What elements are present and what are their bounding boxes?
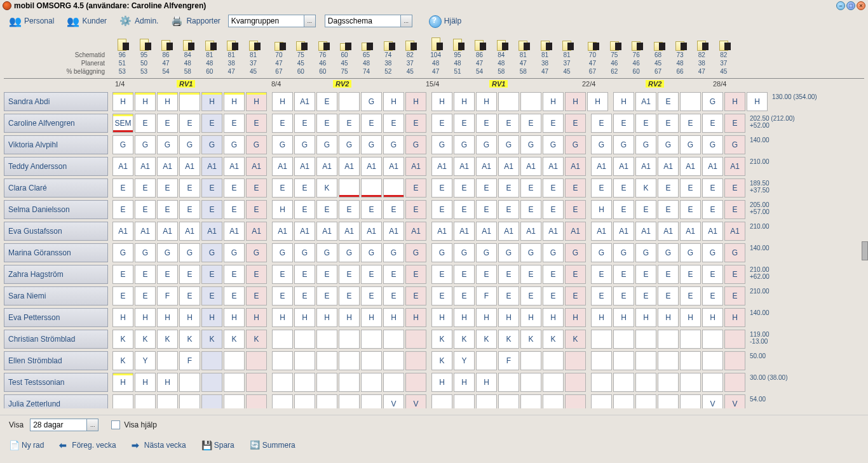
schedule-cell[interactable]: A1 [476, 157, 497, 176]
schedule-cell[interactable] [179, 92, 200, 111]
schedule-cell[interactable]: K [543, 330, 564, 349]
schedule-cell[interactable]: E [454, 200, 475, 219]
schedule-cell[interactable]: A1 [272, 157, 293, 176]
schedule-cell[interactable]: E [339, 200, 360, 219]
schedule-cell[interactable] [520, 351, 541, 370]
schedule-cell[interactable]: E [543, 178, 564, 198]
schedule-cell[interactable] [591, 373, 612, 392]
schedule-cell[interactable]: H [112, 373, 133, 392]
nav-personal[interactable]: Personal [4, 14, 59, 28]
schedule-cell[interactable] [157, 394, 178, 408]
schedule-cell[interactable]: E [383, 114, 404, 133]
schedule-cell[interactable]: A1 [543, 157, 564, 176]
schedule-cell[interactable]: G [272, 243, 293, 262]
schedule-cell[interactable] [680, 92, 701, 111]
schedule-cell[interactable]: E [702, 200, 723, 219]
schedule-cell[interactable]: E [112, 286, 133, 305]
schedule-cell[interactable]: A1 [135, 222, 156, 241]
schedule-cell[interactable]: E [135, 286, 156, 305]
schedule-cell[interactable]: A1 [591, 222, 612, 241]
schedule-cell[interactable]: G [157, 135, 178, 154]
schedule-cell[interactable]: A1 [339, 157, 360, 176]
schedule-cell[interactable] [383, 351, 404, 370]
schedule-cell[interactable]: A1 [565, 222, 586, 241]
schedule-cell[interactable] [635, 330, 656, 349]
schedule-cell[interactable]: G [157, 243, 178, 262]
schedule-cell[interactable]: E [431, 286, 452, 305]
schedule-cell[interactable] [361, 178, 382, 198]
schedule-cell[interactable]: E [454, 114, 475, 133]
schedule-cell[interactable]: E [498, 178, 519, 198]
schedule-cell[interactable]: E [431, 265, 452, 284]
schedule-cell[interactable] [724, 373, 745, 392]
schedule-cell[interactable]: E [476, 200, 497, 219]
schedule-cell[interactable]: E [272, 114, 293, 133]
schedule-cell[interactable]: E [112, 178, 133, 198]
next-week-button[interactable]: Nästa vecka [129, 439, 189, 452]
schedule-cell[interactable]: H [272, 200, 293, 219]
schedule-cell[interactable]: E [179, 178, 200, 198]
schedule-cell[interactable]: G [565, 135, 586, 154]
schedule-cell[interactable]: E [613, 265, 634, 284]
schedule-cell[interactable]: A1 [476, 222, 497, 241]
schedule-cell[interactable]: A1 [179, 222, 200, 241]
schedule-cell[interactable]: Y [454, 351, 475, 370]
schedule-cell[interactable]: H [724, 308, 745, 327]
schedule-cell[interactable]: E [272, 286, 293, 305]
schedule-cell[interactable]: A1 [635, 157, 656, 176]
schedule-cell[interactable]: G [135, 135, 156, 154]
schedule-cell[interactable]: A1 [224, 157, 245, 176]
schedule-cell[interactable]: E [520, 178, 541, 198]
schedule-cell[interactable]: K [135, 330, 156, 349]
schedule-cell[interactable]: K [454, 330, 475, 349]
schedule-cell[interactable]: E [272, 265, 293, 284]
schedule-cell[interactable]: E [565, 265, 586, 284]
schedule-cell[interactable] [680, 373, 701, 392]
schedule-cell[interactable]: H [587, 92, 608, 111]
minimize-button[interactable]: – [836, 1, 845, 10]
schedule-cell[interactable]: A1 [635, 222, 656, 241]
schedule-cell[interactable]: A1 [201, 222, 222, 241]
schedule-cell[interactable]: E [383, 200, 404, 219]
schedule-cell[interactable]: E [135, 200, 156, 219]
schedule-cell[interactable]: G [431, 243, 452, 262]
schedule-cell[interactable]: H [476, 373, 497, 392]
schedule-cell[interactable] [294, 351, 315, 370]
schedule-cell[interactable]: E [361, 200, 382, 219]
schedule-cell[interactable]: G [498, 243, 519, 262]
schedule-cell[interactable]: E [454, 178, 475, 198]
schedule-cell[interactable]: E [431, 200, 452, 219]
schedule-cell[interactable] [543, 351, 564, 370]
schedule-cell[interactable]: E [635, 114, 656, 133]
schedule-cell[interactable]: H [431, 373, 452, 392]
schedule-cell[interactable]: G [135, 243, 156, 262]
schedule-cell[interactable] [135, 394, 156, 408]
schedule-cell[interactable] [383, 178, 404, 198]
schedule-cell[interactable]: A1 [680, 157, 701, 176]
schedule-cell[interactable] [361, 373, 382, 392]
schedule-cell[interactable]: G [405, 135, 426, 154]
schedule-cell[interactable]: E [498, 200, 519, 219]
schedule-cell[interactable]: E [498, 286, 519, 305]
schedule-cell[interactable] [201, 394, 222, 408]
schedule-cell[interactable]: G [658, 135, 679, 154]
schedule-cell[interactable]: E [476, 265, 497, 284]
schedule-cell[interactable]: K [112, 351, 133, 370]
schedule-cell[interactable]: H [157, 373, 178, 392]
schedule-cell[interactable]: E [702, 286, 723, 305]
schedule-cell[interactable]: A1 [135, 157, 156, 176]
schedule-cell[interactable]: G [476, 243, 497, 262]
schedule-cell[interactable]: K [246, 330, 267, 349]
schedule-cell[interactable]: A1 [613, 222, 634, 241]
schedule-cell[interactable]: G [702, 243, 723, 262]
schedule-cell[interactable] [361, 351, 382, 370]
schedule-cell[interactable] [224, 394, 245, 408]
schedule-cell[interactable]: H [747, 92, 768, 111]
schedule-cell[interactable] [658, 330, 679, 349]
schedule-cell[interactable]: G [543, 135, 564, 154]
schedule-cell[interactable] [591, 394, 612, 408]
schedule-cell[interactable] [339, 178, 360, 198]
schedule-cell[interactable]: G [316, 135, 337, 154]
schedule-cell[interactable]: F [157, 286, 178, 305]
schedule-cell[interactable] [405, 351, 426, 370]
